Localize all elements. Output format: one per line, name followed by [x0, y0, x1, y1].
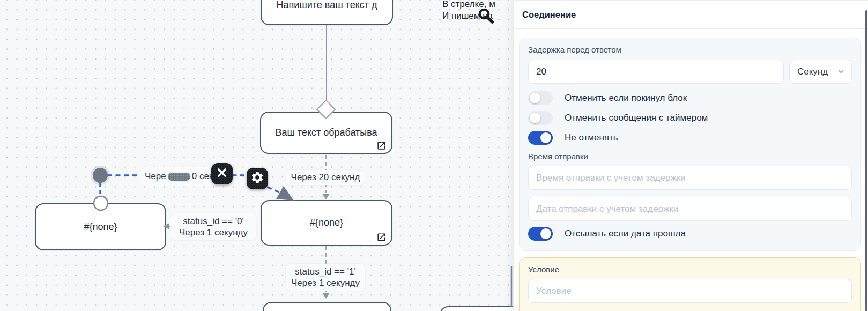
app-window: Напишите ваш текст д Ваш текст обрабатыв… — [0, 0, 868, 311]
condition-input[interactable] — [528, 279, 852, 303]
send-time-label: Время отправки — [528, 152, 852, 161]
delete-edge-button[interactable] — [211, 163, 233, 184]
send-time-input[interactable] — [528, 166, 852, 190]
toggle-row-cancel-timer-messages: Отменить сообщения с таймером — [528, 111, 852, 125]
delay-label: Задержка перед ответом — [528, 46, 852, 54]
x-icon — [217, 167, 227, 180]
flow-node-bottom-right[interactable] — [440, 306, 525, 311]
edge-label-status-1[interactable]: status_id == '1' Через 1 секунду — [286, 264, 365, 291]
flow-node-none-left[interactable]: #{none} — [35, 203, 166, 250]
send-date-input[interactable] — [528, 197, 852, 221]
condition-label: Условие — [528, 265, 852, 274]
delay-unit-select[interactable]: Секунд — [789, 60, 852, 84]
toggle-cancel-if-left[interactable] — [528, 91, 553, 105]
delay-value-input[interactable] — [528, 60, 784, 84]
external-link-icon[interactable] — [376, 140, 387, 151]
flow-node-bottom-center[interactable] — [263, 302, 391, 311]
edge-condition: status_id == '1' — [291, 266, 360, 277]
toggle-cancel-timer-messages[interactable] — [528, 111, 553, 125]
flow-node-processing[interactable]: Ваш текст обрабатыва — [260, 112, 392, 154]
flow-node-none-right[interactable]: #{none} — [261, 200, 392, 246]
connection-settings-panel: Соединение Задержка перед ответом Секунд… — [513, 0, 868, 311]
toggle-no-cancel[interactable] — [528, 131, 553, 145]
delay-unit-value: Секунд — [797, 66, 828, 77]
edge-label-after-20s[interactable]: Через 20 секунд — [286, 170, 366, 185]
toggle-row-no-cancel: Не отменять — [528, 131, 852, 145]
toggle-label: Отменить если покинул блок — [565, 93, 687, 103]
edge-settings-button[interactable] — [247, 168, 268, 189]
condition-card: Условие Выбор соответствия — [519, 257, 861, 311]
edge-delay: Через 1 секунду — [176, 227, 251, 238]
edge-delay: Через 1 секунду — [291, 277, 360, 288]
selected-label-pill — [168, 173, 190, 181]
node-title: #{none} — [84, 221, 117, 233]
panel-scrollbar[interactable] — [865, 10, 867, 311]
selected-label-prefix: Чере — [145, 171, 166, 182]
toggle-send-if-past[interactable] — [528, 227, 553, 241]
external-link-icon[interactable] — [376, 232, 387, 242]
flow-node-write-text[interactable]: Напишите ваш текст д — [261, 0, 393, 25]
toggle-row-cancel-if-left: Отменить если покинул блок — [528, 91, 852, 105]
node-title: #{none} — [310, 217, 343, 228]
panel-title: Соединение — [514, 1, 868, 29]
toggle-row-send-if-past: Отсылать если дата прошла — [528, 227, 852, 241]
magnifier-icon — [477, 6, 495, 25]
delay-settings-card: Задержка перед ответом Секунд Отменить е… — [519, 38, 861, 251]
node-title: Ваш текст обрабатыва — [275, 127, 377, 138]
gear-icon — [250, 171, 264, 187]
edge-label-status-0[interactable]: status_id == '0' Через 1 секунду — [170, 213, 256, 240]
toggle-label: Отсылать если дата прошла — [565, 228, 686, 239]
edge-condition: status_id == '0' — [176, 216, 251, 227]
toggle-label: Не отменять — [565, 132, 618, 143]
toggle-label: Отменить сообщения с таймером — [565, 113, 708, 123]
chevron-down-icon — [837, 68, 845, 76]
edge-label-selected[interactable]: Чере 0 секу — [140, 167, 216, 186]
node-title: Напишите ваш текст д — [276, 0, 377, 11]
